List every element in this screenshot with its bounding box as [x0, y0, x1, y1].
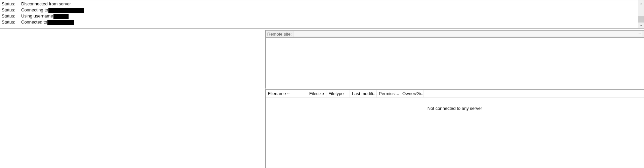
- chevron-down-icon[interactable]: ﹀: [639, 32, 641, 36]
- local-pane-border: [0, 30, 22, 31]
- log-status-label: Status:: [2, 7, 21, 13]
- log-status-label: Status:: [2, 1, 21, 7]
- log-line: Status: Using username: [2, 13, 637, 19]
- log-message: Connected to: [21, 19, 47, 25]
- message-log-panel: Status: Disconnected from server Status:…: [0, 0, 644, 29]
- redacted-text: [48, 8, 84, 13]
- log-message: Using username: [21, 13, 53, 19]
- log-content: Status: Disconnected from server Status:…: [0, 0, 638, 28]
- sort-ascending-icon: ︿: [287, 91, 290, 95]
- column-header-filesize[interactable]: Filesize: [306, 90, 326, 97]
- log-scrollbar[interactable]: ▴ ▾: [638, 0, 644, 28]
- remote-site-combobox[interactable]: ﹀: [293, 31, 642, 37]
- remote-site-label: Remote site:: [267, 32, 292, 37]
- log-line: Status: Disconnected from server: [2, 1, 637, 7]
- log-line: Status: Connecting to: [2, 7, 637, 13]
- column-header-modified[interactable]: Last modifi...: [350, 90, 377, 97]
- column-header-filename[interactable]: Filename ︿: [266, 90, 306, 97]
- log-message: Disconnected from server: [21, 1, 71, 7]
- local-pane: [0, 30, 266, 168]
- column-header-owner[interactable]: Owner/Gr...: [400, 90, 424, 97]
- scroll-up-arrow-icon[interactable]: ▴: [638, 0, 644, 6]
- file-list-header: Filename ︿ Filesize Filetype Last modifi…: [266, 90, 644, 98]
- log-status-label: Status:: [2, 13, 21, 19]
- scroll-down-arrow-icon[interactable]: ▾: [638, 23, 644, 28]
- column-header-filetype[interactable]: Filetype: [326, 90, 350, 97]
- remote-site-bar: Remote site: ﹀: [266, 30, 644, 38]
- remote-pane: Remote site: ﹀ Filename ︿ Filesize Filet…: [266, 30, 644, 168]
- scrollbar-thumb[interactable]: [638, 16, 644, 23]
- redacted-text: [53, 14, 69, 19]
- main-area: Remote site: ﹀ Filename ︿ Filesize Filet…: [0, 30, 644, 168]
- log-status-label: Status:: [2, 19, 21, 25]
- remote-directory-tree[interactable]: [266, 38, 644, 88]
- remote-file-list: Filename ︿ Filesize Filetype Last modifi…: [266, 89, 644, 168]
- column-header-permissions[interactable]: Permissi...: [377, 90, 400, 97]
- column-label: Filename: [268, 91, 286, 96]
- file-list-body: Not connected to any server: [266, 98, 644, 168]
- redacted-text: [47, 20, 74, 25]
- log-message: Connecting to: [21, 7, 48, 13]
- log-line: Status: Connected to: [2, 19, 637, 25]
- not-connected-message: Not connected to any server: [428, 106, 482, 111]
